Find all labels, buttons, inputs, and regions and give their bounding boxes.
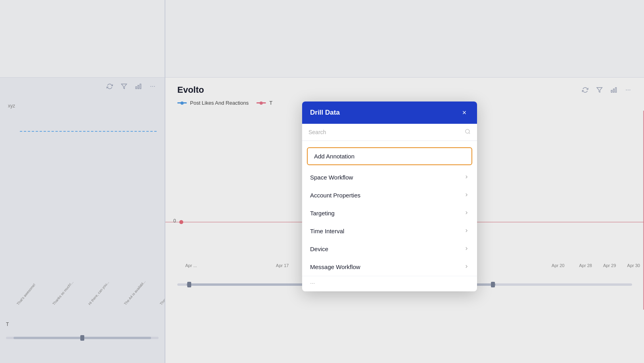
modal-header: Drill Data × <box>302 101 477 124</box>
modal-title: Drill Data <box>310 109 340 117</box>
svg-point-12 <box>466 129 469 133</box>
menu-item-targeting-label: Targeting <box>310 210 335 217</box>
menu-item-device-label: Device <box>310 246 328 252</box>
menu-item-device[interactable]: Device <box>302 240 477 258</box>
drill-data-modal: Drill Data × Add Annotation Space Workfl… <box>302 101 477 291</box>
menu-item-message-workflow-label: Message Workflow <box>310 263 360 270</box>
modal-menu-body: Add Annotation Space Workflow Account Pr… <box>302 141 477 291</box>
modal-close-button[interactable]: × <box>460 108 469 117</box>
menu-item-space-workflow-label: Space Workflow <box>310 174 353 181</box>
menu-item-annotation-label: Add Annotation <box>314 153 355 160</box>
menu-item-targeting[interactable]: Targeting <box>302 204 477 222</box>
menu-item-account-properties-label: Account Properties <box>310 192 361 199</box>
search-icon <box>465 129 471 136</box>
modal-search-container <box>302 124 477 141</box>
chevron-icon-space-workflow <box>464 174 469 181</box>
chevron-icon-account-properties <box>464 192 469 199</box>
menu-item-time-interval[interactable]: Time Interval <box>302 222 477 240</box>
menu-item-annotation[interactable]: Add Annotation <box>307 147 472 165</box>
search-input[interactable] <box>308 129 462 135</box>
menu-item-partial: ··· <box>302 276 477 288</box>
menu-item-account-properties[interactable]: Account Properties <box>302 186 477 204</box>
chevron-icon-message-workflow <box>464 264 469 270</box>
menu-item-message-workflow[interactable]: Message Workflow <box>302 258 477 276</box>
chevron-icon-time-interval <box>464 228 469 234</box>
chevron-icon-targeting <box>464 210 469 217</box>
menu-item-time-interval-label: Time Interval <box>310 228 344 234</box>
menu-item-space-workflow[interactable]: Space Workflow <box>302 168 477 186</box>
chevron-icon-device <box>464 246 469 252</box>
